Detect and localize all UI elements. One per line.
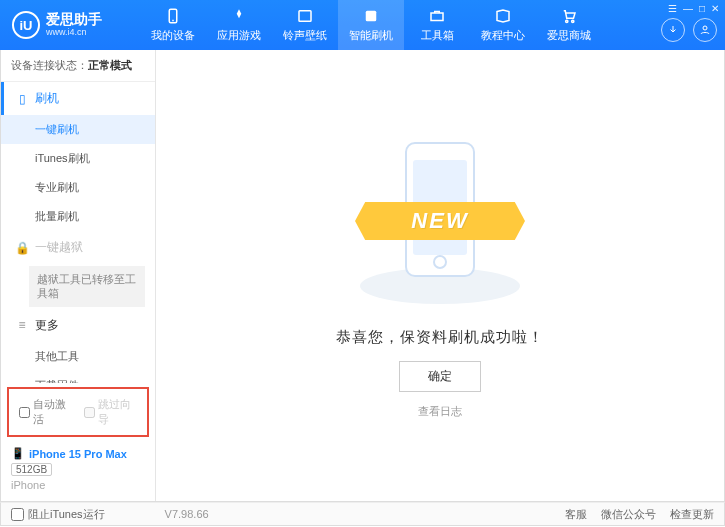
image-icon <box>296 7 314 25</box>
new-ribbon: NEW <box>355 202 525 240</box>
svg-point-6 <box>572 20 574 22</box>
skip-guide-checkbox[interactable] <box>84 407 95 418</box>
svg-point-5 <box>566 20 568 22</box>
nav-label: 我的设备 <box>151 28 195 43</box>
group-jailbreak[interactable]: 🔒 一键越狱 <box>1 231 155 264</box>
group-more[interactable]: ≡ 更多 <box>1 309 155 342</box>
svg-rect-4 <box>431 13 443 21</box>
sub-itunes-flash[interactable]: iTunes刷机 <box>1 144 155 173</box>
view-log-link[interactable]: 查看日志 <box>418 404 462 419</box>
download-button[interactable] <box>661 18 685 42</box>
chk-auto-activate[interactable]: 自动激活 <box>19 397 72 427</box>
nav-label: 智能刷机 <box>349 28 393 43</box>
lock-icon: 🔒 <box>15 241 29 255</box>
device-storage: 512GB <box>11 463 52 476</box>
top-nav: 我的设备 应用游戏 铃声壁纸 智能刷机 工具箱 教程中心 爱思商城 <box>140 0 602 50</box>
device-type: iPhone <box>11 479 145 491</box>
connection-status: 设备连接状态：正常模式 <box>1 50 155 82</box>
nav-store[interactable]: 爱思商城 <box>536 0 602 50</box>
svg-rect-2 <box>299 11 311 22</box>
jailbreak-note: 越狱工具已转移至工具箱 <box>29 266 145 307</box>
cart-icon <box>560 7 578 25</box>
nav-my-device[interactable]: 我的设备 <box>140 0 206 50</box>
sub-pro-flash[interactable]: 专业刷机 <box>1 173 155 202</box>
success-message: 恭喜您，保资料刷机成功啦！ <box>336 328 544 347</box>
svg-point-7 <box>703 26 707 30</box>
footer-support[interactable]: 客服 <box>565 507 587 522</box>
site-url: www.i4.cn <box>46 28 102 38</box>
sidebar: 设备连接状态：正常模式 ▯ 刷机 一键刷机 iTunes刷机 专业刷机 批量刷机… <box>1 50 156 501</box>
apps-icon <box>230 7 248 25</box>
group-flash[interactable]: ▯ 刷机 <box>1 82 155 115</box>
nav-label: 铃声壁纸 <box>283 28 327 43</box>
device-info: 📱 iPhone 15 Pro Max 512GB iPhone <box>1 441 155 501</box>
chk-skip-guide[interactable]: 跳过向导 <box>84 397 137 427</box>
phone-icon: ▯ <box>15 92 29 106</box>
block-itunes-label: 阻止iTunes运行 <box>28 507 105 522</box>
device-phone-icon: 📱 <box>11 447 25 460</box>
nav-apps[interactable]: 应用游戏 <box>206 0 272 50</box>
app-header: iU 爱思助手 www.i4.cn 我的设备 应用游戏 铃声壁纸 智能刷机 工具… <box>0 0 725 50</box>
nav-label: 爱思商城 <box>547 28 591 43</box>
auto-activate-checkbox[interactable] <box>19 407 30 418</box>
option-highlight-box: 自动激活 跳过向导 <box>7 387 149 437</box>
nav-smart-flash[interactable]: 智能刷机 <box>338 0 404 50</box>
sub-batch-flash[interactable]: 批量刷机 <box>1 202 155 231</box>
device-name[interactable]: 📱 iPhone 15 Pro Max <box>11 447 145 460</box>
ok-button[interactable]: 确定 <box>399 361 481 392</box>
nav-label: 应用游戏 <box>217 28 261 43</box>
logo-icon: iU <box>12 11 40 39</box>
sub-one-key-flash[interactable]: 一键刷机 <box>1 115 155 144</box>
sidebar-menu: ▯ 刷机 一键刷机 iTunes刷机 专业刷机 批量刷机 🔒 一键越狱 越狱工具… <box>1 82 155 383</box>
sub-download-fw[interactable]: 下载固件 <box>1 371 155 383</box>
app-name: 爱思助手 <box>46 12 102 27</box>
footer: 阻止iTunes运行 V7.98.66 客服 微信公众号 检查更新 <box>0 502 725 526</box>
user-button[interactable] <box>693 18 717 42</box>
nav-label: 工具箱 <box>421 28 454 43</box>
logo-area: iU 爱思助手 www.i4.cn <box>0 11 140 39</box>
footer-wechat[interactable]: 微信公众号 <box>601 507 656 522</box>
device-icon <box>164 7 182 25</box>
main-content: NEW 恭喜您，保资料刷机成功啦！ 确定 查看日志 <box>156 50 724 501</box>
block-itunes-checkbox[interactable] <box>11 508 24 521</box>
svg-rect-3 <box>366 11 377 22</box>
book-icon <box>494 7 512 25</box>
header-actions <box>661 0 717 50</box>
sub-other-tools[interactable]: 其他工具 <box>1 342 155 371</box>
nav-tutorials[interactable]: 教程中心 <box>470 0 536 50</box>
toolbox-icon <box>428 7 446 25</box>
version-label: V7.98.66 <box>165 508 209 520</box>
success-illustration: NEW <box>350 132 530 312</box>
more-icon: ≡ <box>15 318 29 332</box>
flash-icon <box>362 7 380 25</box>
nav-ringtones[interactable]: 铃声壁纸 <box>272 0 338 50</box>
footer-update[interactable]: 检查更新 <box>670 507 714 522</box>
nav-label: 教程中心 <box>481 28 525 43</box>
nav-toolbox[interactable]: 工具箱 <box>404 0 470 50</box>
